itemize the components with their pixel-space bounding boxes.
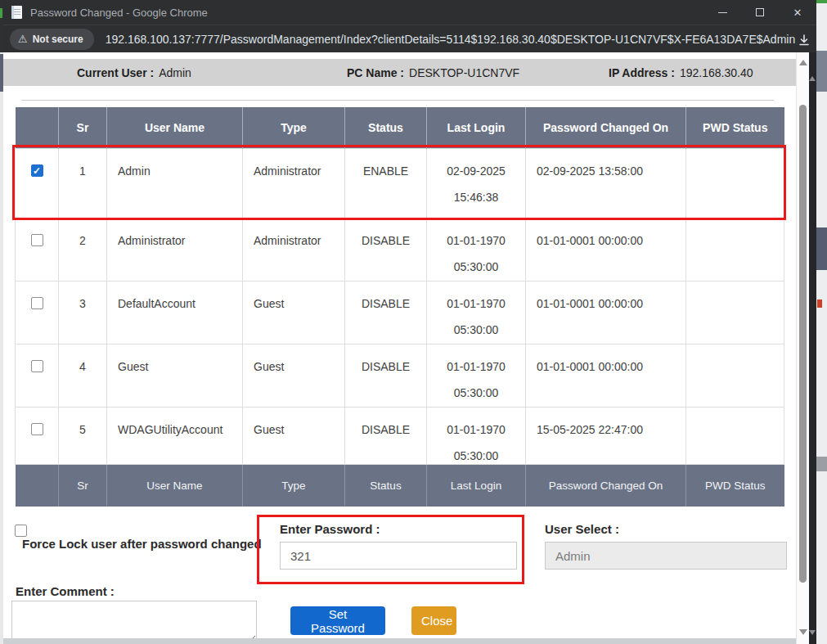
background-window-right-edge bbox=[816, 0, 827, 644]
pc-name-info: PC Name : DESKTOP-U1CN7VF bbox=[347, 59, 519, 86]
minimize-button[interactable] bbox=[703, 0, 741, 25]
cell-user-name: Admin bbox=[107, 148, 243, 218]
footer-col-checkbox bbox=[16, 464, 59, 507]
cell-password-changed-on: 01-01-0001 00:00:00 bbox=[526, 344, 686, 407]
comment-textarea[interactable] bbox=[11, 601, 257, 643]
table-row[interactable]: 2 Administrator Administrator DISABLE 01… bbox=[16, 218, 784, 281]
footer-col-pwd-status: PWD Status bbox=[686, 464, 784, 507]
page-content: Current User : Admin PC Name : DESKTOP-U… bbox=[3, 52, 796, 644]
cell-status: DISABLE bbox=[345, 344, 427, 407]
chrome-popup-window: Password Changed - Google Chrome ✕ ⚠ Not… bbox=[3, 0, 816, 644]
scroll-down-arrow-icon[interactable] bbox=[809, 630, 816, 635]
cell-password-changed-on: 01-01-0001 00:00:00 bbox=[526, 281, 686, 344]
pc-name-value: DESKTOP-U1CN7VF bbox=[409, 66, 519, 79]
background-fragment bbox=[816, 457, 827, 471]
col-last-login: Last Login bbox=[427, 107, 526, 148]
row-checkbox[interactable] bbox=[31, 360, 43, 372]
table-row[interactable]: 3 DefaultAccount Guest DISABLE 01-01-197… bbox=[16, 281, 784, 344]
background-green-line bbox=[816, 0, 827, 3]
table-header: Sr User Name Type Status Last Login Pass… bbox=[16, 107, 784, 148]
enter-comment-label: Enter Comment : bbox=[16, 584, 115, 598]
cell-password-changed-on: 01-01-0001 00:00:00 bbox=[526, 218, 686, 281]
footer-col-sr: Sr bbox=[59, 464, 107, 507]
close-button[interactable]: ✕ bbox=[779, 0, 816, 25]
cell-sr: 2 bbox=[59, 218, 107, 281]
security-badge[interactable]: ⚠ Not secure bbox=[10, 29, 94, 50]
cell-sr: 5 bbox=[59, 407, 107, 464]
cell-status: DISABLE bbox=[345, 407, 427, 464]
session-info-bar: Current User : Admin PC Name : DESKTOP-U… bbox=[3, 59, 796, 86]
table-row[interactable]: 4 Guest Guest DISABLE 01-01-1970 05:30:0… bbox=[16, 344, 784, 407]
scroll-up-arrow-icon[interactable] bbox=[809, 76, 816, 81]
inner-scrollbar-thumb[interactable] bbox=[799, 105, 807, 583]
security-badge-label: Not secure bbox=[33, 34, 83, 45]
download-icon bbox=[797, 33, 811, 47]
url-text[interactable]: 192.168.100.137:7777/PasswordManagement/… bbox=[106, 33, 796, 46]
row-checkbox[interactable] bbox=[31, 164, 43, 177]
cell-type: Guest bbox=[243, 407, 345, 464]
close-icon: ✕ bbox=[793, 7, 802, 18]
current-user-value: Admin bbox=[159, 66, 191, 79]
cell-sr: 1 bbox=[59, 148, 107, 218]
footer-col-password-changed-on: Password Changed On bbox=[526, 464, 686, 507]
users-table: Sr User Name Type Status Last Login Pass… bbox=[15, 107, 784, 507]
cell-type: Administrator bbox=[243, 148, 345, 218]
user-select-label: User Select : bbox=[545, 522, 619, 536]
address-bar[interactable]: ⚠ Not secure 192.168.100.137:7777/Passwo… bbox=[3, 25, 816, 52]
close-dialog-button[interactable]: Close bbox=[411, 606, 456, 635]
cell-pwd-status bbox=[686, 281, 784, 344]
scroll-down-arrow-icon[interactable] bbox=[799, 629, 807, 635]
cell-status: ENABLE bbox=[345, 148, 427, 218]
maximize-button[interactable] bbox=[741, 0, 779, 25]
horizontal-scrollbar-track[interactable] bbox=[3, 638, 796, 644]
cell-user-name: Guest bbox=[107, 344, 243, 407]
cell-last-login: 01-01-1970 05:30:00 bbox=[427, 281, 526, 344]
scroll-up-arrow-icon[interactable] bbox=[799, 60, 807, 65]
cell-password-changed-on: 15-05-2025 22:47:00 bbox=[526, 407, 686, 464]
download-button[interactable] bbox=[795, 31, 813, 49]
divider bbox=[21, 100, 774, 101]
browser-scrollbar[interactable] bbox=[809, 52, 816, 644]
row-checkbox[interactable] bbox=[31, 423, 43, 435]
col-pwd-status: PWD Status bbox=[686, 107, 784, 148]
row-checkbox[interactable] bbox=[31, 234, 43, 246]
footer-col-last-login: Last Login bbox=[427, 464, 526, 507]
cell-pwd-status bbox=[686, 407, 784, 464]
cell-password-changed-on: 02-09-2025 13:58:00 bbox=[526, 148, 686, 218]
page-favicon-icon bbox=[11, 6, 22, 19]
maximize-icon bbox=[756, 8, 764, 16]
cell-last-login: 02-09-2025 15:46:38 bbox=[427, 148, 526, 218]
col-sr: Sr bbox=[59, 107, 107, 148]
cell-sr: 4 bbox=[59, 344, 107, 407]
enter-password-label: Enter Password : bbox=[280, 522, 380, 536]
cell-status: DISABLE bbox=[345, 218, 427, 281]
pc-name-label: PC Name : bbox=[347, 66, 404, 79]
user-select-input[interactable] bbox=[545, 542, 787, 570]
col-user-name: User Name bbox=[107, 107, 243, 148]
set-password-button[interactable]: Set Password bbox=[290, 606, 385, 635]
background-fragment bbox=[816, 51, 827, 92]
col-type: Type bbox=[243, 107, 345, 148]
table-row[interactable]: 1 Admin Administrator ENABLE 02-09-2025 … bbox=[16, 148, 784, 218]
row-checkbox[interactable] bbox=[31, 297, 43, 309]
footer-col-user-name: User Name bbox=[107, 464, 243, 507]
cell-status: DISABLE bbox=[345, 281, 427, 344]
window-titlebar: Password Changed - Google Chrome ✕ bbox=[3, 0, 816, 25]
minimize-icon bbox=[718, 12, 727, 13]
inner-scrollbar[interactable] bbox=[796, 52, 809, 644]
cell-type: Guest bbox=[243, 344, 345, 407]
ip-address-value: 192.168.30.40 bbox=[680, 66, 753, 79]
cell-user-name: Administrator bbox=[107, 218, 243, 281]
table-row[interactable]: 5 WDAGUtilityAccount Guest DISABLE 01-01… bbox=[16, 407, 784, 464]
cell-type: Administrator bbox=[243, 218, 345, 281]
col-password-changed-on: Password Changed On bbox=[526, 107, 686, 148]
cell-sr: 3 bbox=[59, 281, 107, 344]
force-lock-checkbox[interactable] bbox=[15, 525, 27, 537]
background-fragment bbox=[816, 227, 827, 270]
cell-pwd-status bbox=[686, 148, 784, 218]
password-input[interactable] bbox=[280, 542, 517, 570]
col-checkbox bbox=[16, 107, 59, 148]
cell-user-name: DefaultAccount bbox=[107, 281, 243, 344]
warning-icon: ⚠ bbox=[18, 34, 28, 44]
table-footer: Sr User Name Type Status Last Login Pass… bbox=[16, 464, 784, 507]
